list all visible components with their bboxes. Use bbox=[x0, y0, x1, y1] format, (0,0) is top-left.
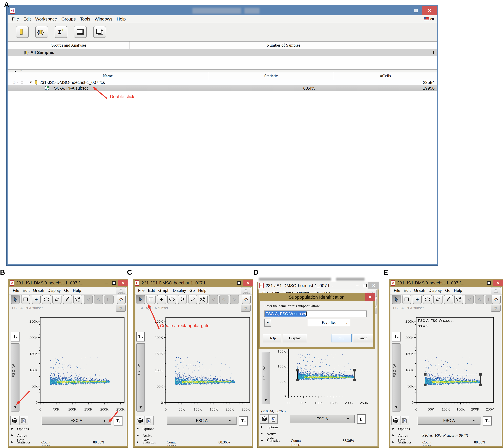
crosshair-tool-button[interactable]: + bbox=[413, 295, 422, 304]
dropdown-arrow-icon[interactable]: ▼ bbox=[395, 405, 398, 410]
collapse-panel-button[interactable] bbox=[491, 287, 501, 294]
graph-layers-button[interactable] bbox=[400, 416, 409, 425]
rectangle-gate-tool-button[interactable] bbox=[146, 295, 156, 304]
polygon-gate-tool-button[interactable] bbox=[53, 295, 61, 304]
groups-analyses-header[interactable]: Groups and Analyses bbox=[8, 41, 129, 49]
pencil-gate-tool-button[interactable] bbox=[63, 295, 72, 304]
menu-groups[interactable]: Groups bbox=[61, 17, 76, 22]
menu-edit[interactable]: Edit bbox=[23, 288, 30, 293]
crosshair-tool-button[interactable]: + bbox=[32, 295, 41, 304]
statistic-column-header[interactable]: Statistic bbox=[208, 73, 334, 79]
pencil-gate-tool-button[interactable] bbox=[444, 295, 453, 304]
maximize-button[interactable] bbox=[235, 281, 243, 285]
menu-graph[interactable]: Graph bbox=[33, 288, 44, 293]
rectangle-gate-tool-button[interactable] bbox=[402, 295, 411, 304]
polygon-gate-tool-button[interactable] bbox=[178, 295, 187, 304]
minimize-button[interactable]: – bbox=[478, 280, 485, 286]
menu-file[interactable]: File bbox=[13, 288, 19, 293]
graph-titlebar[interactable]: Fj 231-JS1-DMSO-hoechst-1_007.f... – ✕ bbox=[257, 282, 379, 289]
disclosure-triangle-icon[interactable]: ▶ bbox=[11, 434, 14, 437]
select-tool-button[interactable] bbox=[392, 295, 401, 304]
annotate-text-button[interactable]: T▾ bbox=[11, 332, 19, 341]
graph-titlebar[interactable]: Fj 231-JS1-DMSO-hoechst-1_007.f... – ✕ bbox=[133, 279, 253, 287]
y-axis-parameter-selector[interactable]: FSC-W ▼ bbox=[392, 343, 400, 411]
3d-view-button[interactable] bbox=[10, 416, 19, 425]
x-axis-parameter-selector[interactable]: FSC-A ▼ bbox=[418, 417, 481, 425]
quad-gate-tool-button[interactable] bbox=[454, 295, 463, 304]
menu-go[interactable]: Go bbox=[64, 288, 69, 293]
favorites-dropdown[interactable]: Favorites ⌄ bbox=[308, 319, 350, 326]
select-tool-button[interactable] bbox=[11, 295, 20, 304]
all-samples-row[interactable]: {} All Samples 1 bbox=[8, 49, 437, 56]
menu-go[interactable]: Go bbox=[445, 288, 450, 293]
graph-titlebar[interactable]: Fj 231-JS1-DMSO-hoechst-1_007.f... – ✕ bbox=[8, 279, 128, 287]
add-statistic-button[interactable]: Σ+ bbox=[54, 26, 67, 38]
graph-layers-button[interactable] bbox=[19, 416, 28, 425]
menu-edit[interactable]: Edit bbox=[148, 288, 155, 293]
disclosure-triangle-icon[interactable]: ▶ bbox=[393, 434, 395, 437]
add-keyword-button[interactable]: + bbox=[264, 318, 271, 327]
annotate-text-button[interactable]: T▾ bbox=[357, 414, 366, 424]
maximize-button[interactable] bbox=[410, 6, 422, 15]
annotate-text-button[interactable]: T▾ bbox=[483, 416, 492, 426]
language-indicator[interactable]: en bbox=[424, 17, 434, 21]
derive-gate-button[interactable]: ◇ bbox=[492, 295, 501, 304]
maximize-button[interactable] bbox=[361, 284, 368, 287]
menu-edit[interactable]: Edit bbox=[404, 288, 411, 293]
ok-button[interactable]: OK bbox=[331, 334, 352, 342]
add-group-button[interactable]: {}+ bbox=[35, 26, 48, 38]
close-button[interactable]: ✕ bbox=[422, 6, 437, 15]
disclosure-triangle-icon[interactable]: ▶ bbox=[393, 427, 395, 430]
x-axis-parameter-selector[interactable]: FSC-A ▼ bbox=[167, 417, 236, 425]
ellipse-gate-tool-button[interactable] bbox=[42, 295, 51, 304]
graph-layers-button[interactable] bbox=[145, 416, 154, 425]
menu-display[interactable]: Display bbox=[429, 288, 442, 293]
disclosure-triangle-icon[interactable]: ▶ bbox=[137, 434, 139, 437]
minimize-button[interactable]: – bbox=[103, 280, 110, 286]
collapse-panel-button[interactable] bbox=[116, 287, 126, 294]
expand-panel-button[interactable]: ▽ bbox=[241, 305, 251, 312]
dropdown-arrow-icon[interactable]: ▼ bbox=[346, 417, 350, 421]
ellipse-gate-tool-button[interactable] bbox=[167, 295, 176, 304]
annotate-text-button[interactable]: T▾ bbox=[239, 416, 248, 426]
close-button[interactable]: ✕ bbox=[493, 280, 503, 286]
menu-go[interactable]: Go bbox=[189, 288, 195, 293]
derive-gate-button[interactable]: ◇ bbox=[242, 295, 251, 304]
x-axis-parameter-selector[interactable]: FSC-A ▼ bbox=[42, 417, 111, 425]
dropdown-arrow-icon[interactable]: ▼ bbox=[139, 405, 143, 410]
minimize-button[interactable]: – bbox=[398, 6, 410, 15]
disclosure-triangle-icon[interactable]: ▶ bbox=[137, 440, 139, 444]
menu-help[interactable]: Help bbox=[198, 288, 206, 293]
collapse-panel-button[interactable] bbox=[241, 287, 251, 294]
subpopulation-name-input[interactable]: FSC-A, FSC-W subset bbox=[264, 311, 367, 317]
y-axis-parameter-selector[interactable]: FSC-W ▼ bbox=[262, 352, 270, 404]
menu-file[interactable]: File bbox=[12, 17, 19, 22]
menu-file[interactable]: File bbox=[394, 288, 400, 293]
dropdown-arrow-icon[interactable]: ▼ bbox=[228, 419, 232, 423]
menu-graph[interactable]: Graph bbox=[414, 288, 425, 293]
dialog-close-button[interactable]: ✕ bbox=[365, 293, 375, 301]
minimize-button[interactable]: – bbox=[354, 283, 361, 288]
polygon-gate-tool-button[interactable] bbox=[433, 295, 443, 304]
annotate-text-button[interactable]: T▾ bbox=[136, 332, 145, 341]
layout-editor-button[interactable] bbox=[93, 26, 106, 38]
select-tool-button[interactable] bbox=[136, 295, 145, 304]
number-of-samples-header[interactable]: Number of Samples bbox=[130, 41, 437, 49]
disclosure-triangle-icon[interactable]: ▶ bbox=[393, 440, 395, 444]
3d-view-button[interactable] bbox=[260, 414, 269, 424]
disclosure-triangle-icon[interactable]: ▶ bbox=[137, 427, 139, 430]
close-button[interactable]: ✕ bbox=[243, 280, 253, 286]
maximize-button[interactable] bbox=[485, 281, 493, 285]
menu-tools[interactable]: Tools bbox=[80, 17, 90, 22]
menu-windows[interactable]: Windows bbox=[95, 17, 112, 22]
scatter-plot[interactable] bbox=[9, 312, 127, 416]
close-button[interactable]: ✕ bbox=[118, 280, 128, 286]
cells-column-header[interactable]: #Cells bbox=[334, 73, 437, 79]
menu-help[interactable]: Help bbox=[454, 288, 462, 293]
ellipse-gate-tool-button[interactable] bbox=[423, 295, 432, 304]
menu-help[interactable]: Help bbox=[117, 17, 126, 22]
menu-display[interactable]: Display bbox=[173, 288, 186, 293]
menu-edit[interactable]: Edit bbox=[23, 17, 31, 22]
disclosure-triangle-icon[interactable]: ▶ bbox=[261, 425, 263, 428]
disclosure-triangle-icon[interactable]: ▶ bbox=[261, 432, 263, 435]
